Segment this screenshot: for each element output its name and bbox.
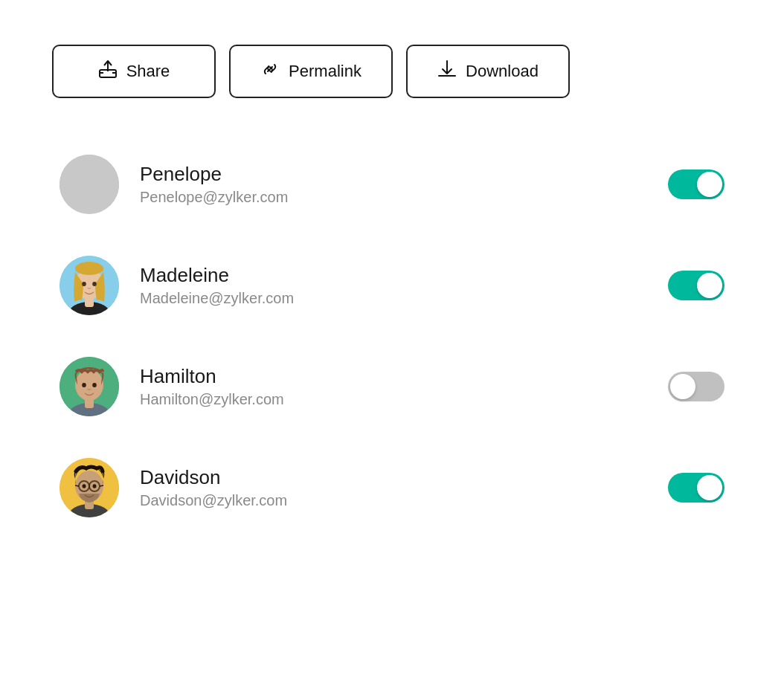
contact-list: Penelope Penelope@zylker.com — [45, 134, 739, 538]
svg-point-35 — [83, 484, 86, 488]
svg-point-23 — [75, 369, 103, 401]
download-label: Download — [466, 62, 539, 81]
svg-rect-8 — [84, 196, 94, 207]
contact-name: Hamilton — [140, 365, 647, 388]
avatar — [60, 357, 119, 416]
svg-point-9 — [74, 167, 104, 199]
toggle-container — [668, 473, 724, 503]
svg-line-33 — [75, 485, 79, 486]
toggle-madeleine[interactable] — [668, 271, 724, 300]
contact-email: Madeleine@zylker.com — [140, 290, 647, 307]
toggle-track — [668, 473, 724, 503]
share-button[interactable]: Share — [52, 45, 216, 98]
svg-line-34 — [100, 485, 103, 486]
svg-point-36 — [93, 484, 97, 488]
list-item: Hamilton Hamilton@zylker.com — [45, 336, 739, 437]
list-item: Davidson Davidson@zylker.com — [45, 437, 739, 538]
toggle-davidson[interactable] — [668, 473, 724, 503]
toggle-container — [668, 271, 724, 300]
contact-info: Hamilton Hamilton@zylker.com — [140, 365, 647, 408]
contact-email: Davidson@zylker.com — [140, 492, 647, 509]
svg-point-24 — [82, 383, 86, 387]
toggle-track — [668, 169, 724, 199]
toolbar: Share Permalink Download — [52, 45, 570, 98]
avatar — [60, 458, 119, 517]
contact-name: Penelope — [140, 163, 647, 186]
toggle-container — [668, 169, 724, 199]
svg-point-18 — [82, 282, 86, 286]
toggle-penelope[interactable] — [668, 169, 724, 199]
svg-point-25 — [92, 383, 97, 387]
toggle-knob — [697, 475, 722, 500]
permalink-icon — [260, 59, 280, 83]
list-item: Madeleine Madeleine@zylker.com — [45, 235, 739, 336]
svg-point-19 — [92, 282, 97, 286]
download-button[interactable]: Download — [406, 45, 570, 98]
toggle-knob — [697, 273, 722, 298]
list-item: Penelope Penelope@zylker.com — [45, 134, 739, 235]
contact-info: Penelope Penelope@zylker.com — [140, 163, 647, 206]
permalink-button[interactable]: Permalink — [229, 45, 393, 98]
contact-name: Madeleine — [140, 264, 647, 287]
contact-email: Penelope@zylker.com — [140, 189, 647, 206]
contact-email: Hamilton@zylker.com — [140, 391, 647, 408]
svg-point-10 — [74, 161, 104, 175]
toggle-track — [668, 372, 724, 401]
avatar — [60, 155, 119, 214]
svg-point-11 — [82, 181, 86, 186]
toggle-track — [668, 271, 724, 300]
svg-point-7 — [68, 197, 110, 214]
share-label: Share — [126, 62, 170, 81]
avatar — [60, 256, 119, 315]
contact-info: Madeleine Madeleine@zylker.com — [140, 264, 647, 307]
svg-point-6 — [60, 155, 119, 214]
permalink-label: Permalink — [289, 62, 362, 81]
contact-name: Davidson — [140, 466, 647, 489]
toggle-knob — [670, 374, 695, 399]
toggle-container — [668, 372, 724, 401]
toggle-knob — [697, 172, 722, 197]
toggle-hamilton[interactable] — [668, 372, 724, 401]
svg-point-12 — [92, 181, 97, 186]
share-icon — [98, 59, 118, 83]
contact-info: Davidson Davidson@zylker.com — [140, 466, 647, 509]
download-icon — [437, 59, 457, 83]
